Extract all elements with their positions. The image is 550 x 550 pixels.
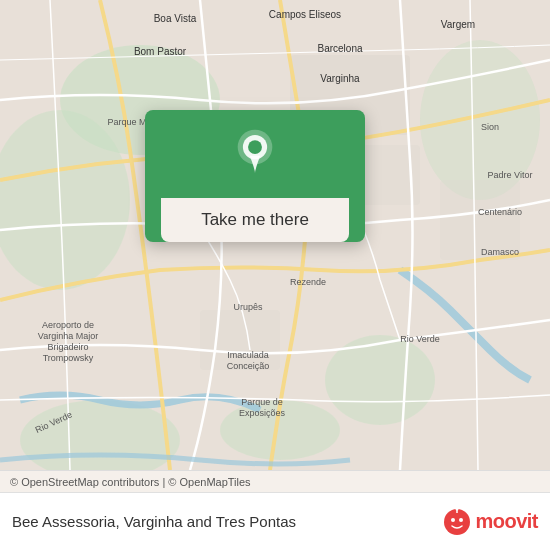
- attribution-bar: © OpenStreetMap contributors | © OpenMap…: [0, 470, 550, 492]
- svg-text:Rio Verde: Rio Verde: [400, 334, 440, 344]
- svg-text:Sion: Sion: [481, 122, 499, 132]
- svg-text:Bom Pastor: Bom Pastor: [134, 46, 187, 57]
- svg-text:Parque de: Parque de: [241, 397, 283, 407]
- svg-point-38: [451, 518, 455, 522]
- svg-text:Trompowsky: Trompowsky: [43, 353, 94, 363]
- svg-text:Conceição: Conceição: [227, 361, 270, 371]
- svg-text:Padre Vitor: Padre Vitor: [488, 170, 533, 180]
- svg-text:Rezende: Rezende: [290, 277, 326, 287]
- moovit-logo: moovit: [443, 508, 538, 536]
- svg-text:Aeroporto de: Aeroporto de: [42, 320, 94, 330]
- attribution-text: © OpenStreetMap contributors | © OpenMap…: [10, 476, 251, 488]
- svg-point-36: [248, 140, 262, 154]
- svg-text:Boa Vista: Boa Vista: [154, 13, 197, 24]
- svg-text:Imaculada: Imaculada: [227, 350, 269, 360]
- map-container: Boa Vista Campos Eliseos Vargem Bom Past…: [0, 0, 550, 470]
- svg-text:Campos Eliseos: Campos Eliseos: [269, 9, 341, 20]
- svg-text:Brigadeiro: Brigadeiro: [47, 342, 88, 352]
- title-bar: Bee Assessoria, Varginha and Tres Pontas…: [0, 492, 550, 550]
- svg-point-39: [459, 518, 463, 522]
- app: Boa Vista Campos Eliseos Vargem Bom Past…: [0, 0, 550, 550]
- svg-text:Barcelona: Barcelona: [317, 43, 362, 54]
- location-card: Take me there: [145, 110, 365, 242]
- svg-text:Urupês: Urupês: [233, 302, 263, 312]
- moovit-brand-text: moovit: [475, 510, 538, 533]
- svg-text:Varginha Major: Varginha Major: [38, 331, 98, 341]
- svg-text:Exposições: Exposições: [239, 408, 286, 418]
- svg-text:Varginha: Varginha: [320, 73, 360, 84]
- location-title: Bee Assessoria, Varginha and Tres Pontas: [12, 513, 296, 530]
- take-me-there-button[interactable]: Take me there: [161, 198, 349, 242]
- svg-text:Centenário: Centenário: [478, 207, 522, 217]
- pin-icon: [229, 128, 281, 180]
- svg-text:Vargem: Vargem: [441, 19, 475, 30]
- moovit-icon-svg: [443, 508, 471, 536]
- svg-text:Damasco: Damasco: [481, 247, 519, 257]
